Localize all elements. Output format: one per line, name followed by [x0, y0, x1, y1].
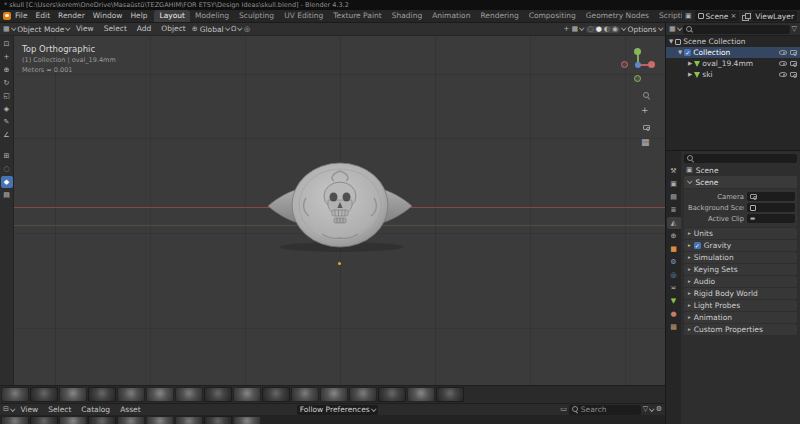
- asset-thumbnail[interactable]: [378, 387, 406, 402]
- gizmo-toggle-icon[interactable]: [564, 26, 570, 33]
- section-rigid-body-world[interactable]: Rigid Body World: [684, 288, 797, 299]
- outliner-row-collection[interactable]: Collection: [666, 47, 800, 58]
- tab-modifier-properties[interactable]: [667, 256, 681, 268]
- tab-scene-properties[interactable]: [667, 217, 681, 229]
- scene-panel-header[interactable]: Scene: [684, 176, 797, 188]
- asset-thumbnail[interactable]: [349, 387, 377, 402]
- gravity-checkbox[interactable]: [694, 242, 701, 249]
- annotate-tool[interactable]: [1, 116, 13, 128]
- asset-thumbnail[interactable]: [175, 387, 203, 402]
- collection-checkbox[interactable]: [684, 49, 691, 56]
- asset-browser-editor-icon[interactable]: [3, 406, 9, 413]
- gear-icon[interactable]: [656, 406, 662, 413]
- gizmo-y-plus-dot[interactable]: [634, 48, 641, 55]
- tab-shading[interactable]: Shading: [387, 10, 427, 22]
- camera-restrict-icon[interactable]: [790, 72, 797, 77]
- editor-type-icon[interactable]: [3, 26, 10, 33]
- section-gravity[interactable]: Gravity: [684, 240, 797, 251]
- active-tool[interactable]: [1, 176, 13, 188]
- asset-thumbnail[interactable]: [233, 416, 261, 424]
- viewlayer-selector[interactable]: ViewLayer: [752, 11, 797, 21]
- orientation-chevron-icon[interactable]: [225, 26, 230, 31]
- outliner-row-oval[interactable]: oval_19.4mm: [666, 58, 800, 69]
- asset-thumbnail[interactable]: [59, 387, 87, 402]
- asset-browser-editor-chevron-icon[interactable]: [10, 406, 15, 411]
- disclosure-right-icon[interactable]: [688, 72, 692, 78]
- tab-data-properties[interactable]: [667, 295, 681, 307]
- ortho-toggle-button[interactable]: [641, 138, 652, 149]
- asset-thumbnail[interactable]: [436, 387, 464, 402]
- tab-rendering[interactable]: Rendering: [475, 10, 523, 22]
- shading-material-icon[interactable]: [604, 26, 610, 33]
- outliner-display-chevron-icon[interactable]: [677, 26, 682, 31]
- ab-menu-asset[interactable]: Asset: [116, 404, 145, 416]
- options-chevron-icon[interactable]: [658, 26, 663, 31]
- vp-menu-add[interactable]: Add: [133, 23, 156, 35]
- tab-object-properties[interactable]: [667, 243, 681, 255]
- rotate-tool[interactable]: [1, 77, 13, 89]
- section-audio[interactable]: Audio: [684, 276, 797, 287]
- tab-layout[interactable]: Layout: [154, 10, 190, 22]
- cursor-tool[interactable]: [1, 51, 13, 63]
- eye-icon[interactable]: [779, 61, 787, 66]
- disclosure-down-icon[interactable]: [669, 39, 673, 45]
- extra-tool-1[interactable]: [1, 163, 13, 175]
- ab-menu-select[interactable]: Select: [44, 404, 75, 416]
- tab-output-properties[interactable]: [667, 191, 681, 203]
- section-light-probes[interactable]: Light Probes: [684, 300, 797, 311]
- mode-chevron-icon[interactable]: [66, 26, 71, 31]
- outliner-filter-icon[interactable]: [792, 26, 797, 33]
- asset-thumbnail[interactable]: [1, 416, 29, 424]
- navigation-gizmo[interactable]: [621, 48, 655, 82]
- asset-thumbnail[interactable]: [146, 416, 174, 424]
- tab-sculpting[interactable]: Sculpting: [234, 10, 279, 22]
- tab-scripting[interactable]: Scripting: [654, 10, 682, 22]
- ab-menu-catalog[interactable]: Catalog: [77, 404, 114, 416]
- tab-animation[interactable]: Animation: [427, 10, 475, 22]
- asset-thumbnail[interactable]: [320, 387, 348, 402]
- asset-thumbnail[interactable]: [117, 416, 145, 424]
- eye-icon[interactable]: [779, 50, 787, 55]
- tab-viewlayer-properties[interactable]: [667, 204, 681, 216]
- gizmo-z-dot[interactable]: [635, 62, 641, 68]
- outliner-row-scene-collection[interactable]: Scene Collection: [666, 36, 800, 47]
- menu-file[interactable]: File: [11, 10, 32, 22]
- asset-thumbnail[interactable]: [30, 416, 58, 424]
- vp-menu-view[interactable]: View: [72, 23, 98, 35]
- transform-tool[interactable]: [1, 103, 13, 115]
- skull-ring-model[interactable]: [262, 158, 418, 253]
- shading-wireframe-icon[interactable]: [588, 26, 594, 33]
- asset-thumbnail[interactable]: [407, 387, 435, 402]
- snap-chevron-icon[interactable]: [238, 26, 243, 31]
- zoom-button[interactable]: [641, 90, 652, 101]
- asset-thumbnail[interactable]: [59, 416, 87, 424]
- panel-expand-chevron-icon[interactable]: [687, 179, 692, 184]
- filter-icon[interactable]: [643, 406, 648, 413]
- properties-search-input[interactable]: [684, 154, 797, 163]
- menu-help[interactable]: Help: [126, 10, 151, 22]
- filter-chevron-icon[interactable]: [649, 406, 654, 411]
- camera-field[interactable]: [747, 192, 795, 201]
- gizmo-x-plus-dot[interactable]: [648, 61, 655, 68]
- overlays-chevron-icon[interactable]: [579, 26, 584, 31]
- editor-type-chevron-icon[interactable]: [11, 26, 16, 31]
- menu-edit[interactable]: Edit: [32, 10, 55, 22]
- eye-icon[interactable]: [779, 72, 787, 77]
- asset-search-input[interactable]: Search: [569, 405, 641, 415]
- tab-tool-properties[interactable]: [667, 165, 681, 177]
- viewport-3d[interactable]: Top Orthographic (1) Collection | oval_1…: [0, 36, 665, 385]
- active-clip-field[interactable]: [747, 214, 795, 223]
- tab-render-properties[interactable]: [667, 178, 681, 190]
- asset-thumbnail[interactable]: [175, 416, 203, 424]
- asset-thumbnail[interactable]: [233, 387, 261, 402]
- outliner-row-ski[interactable]: ski: [666, 69, 800, 80]
- blender-logo-icon[interactable]: [3, 12, 11, 20]
- scene-unlink-icon[interactable]: [730, 13, 736, 20]
- menu-render[interactable]: Render: [54, 10, 89, 22]
- section-animation[interactable]: Animation: [684, 312, 797, 323]
- tab-compositing[interactable]: Compositing: [524, 10, 581, 22]
- add-primitive-tool[interactable]: [1, 150, 13, 162]
- tab-uv-editing[interactable]: UV Editing: [279, 10, 328, 22]
- asset-thumbnail[interactable]: [204, 416, 232, 424]
- display-size-icon[interactable]: [560, 406, 567, 413]
